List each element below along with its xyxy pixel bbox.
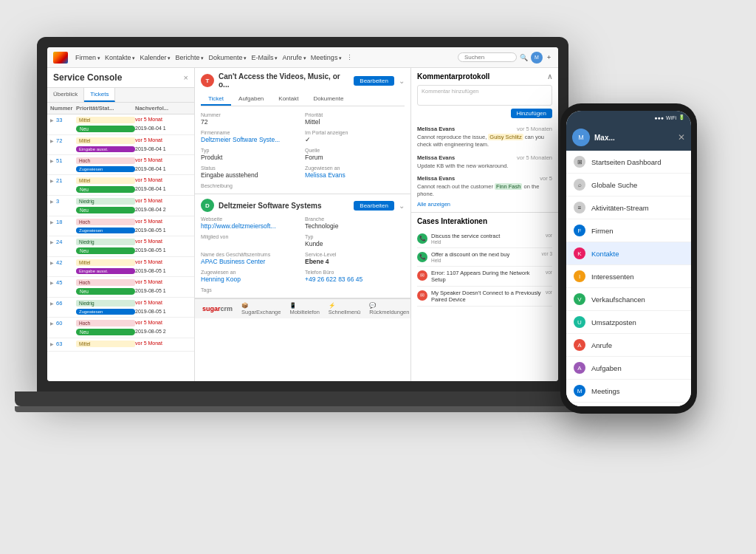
table-row[interactable]: ▶21 Mittel vor 5 Monat Neu 2019-08-04 1 — [47, 175, 194, 196]
table-row[interactable]: ▶18 Hoch vor 5 Monat Zugewiesen 2019-08-… — [47, 216, 194, 236]
case-item[interactable]: ✉ My Speaker Doesn't Connect to a Previo… — [417, 287, 552, 307]
tab-kontakt[interactable]: Kontakt — [271, 93, 306, 106]
alle-anzeigen-link[interactable]: Alle anzeigen — [417, 201, 552, 208]
tab-uberblick[interactable]: Überblick — [47, 88, 84, 102]
phone-menu-kontakte[interactable]: K Kontakte — [566, 242, 691, 265]
table-row[interactable]: ▶42 Mittel vor 5 Monat Eingabe ausst. 20… — [47, 257, 194, 277]
ticket-nav-tabs: Ticket Aufgaben Kontakt Dokumente — [201, 93, 405, 106]
phone-nav-close[interactable]: ✕ — [678, 132, 685, 143]
field-webseite-value[interactable]: http://www.deltzmeiersoft... — [201, 222, 300, 230]
field-zugewiesen-value[interactable]: Melissa Evans — [305, 171, 405, 179]
footer-mobiltelefon[interactable]: 📱 Mobiltelefon — [289, 302, 319, 315]
phone-menu-aktivitaten[interactable]: ≡ Aktivitäten-Stream — [566, 196, 691, 219]
add-button[interactable]: ＋ — [546, 52, 552, 62]
field-acct-zugewiesen-value[interactable]: Henning Koop — [201, 276, 300, 283]
case-item[interactable]: ✉ Error: 1107 Appears During the Network… — [417, 267, 552, 287]
field-firmenname-value[interactable]: Deltzmeier Software Syste... — [201, 136, 300, 143]
firmen-label: Firmen — [591, 227, 614, 235]
field-portal-value: ✓ — [305, 136, 405, 143]
add-comment-button[interactable]: Hinzufügen — [511, 109, 552, 118]
field-firmenname-label: Firmenname — [201, 130, 300, 135]
phone-menu-interessenten[interactable]: I Interessenten — [566, 265, 691, 288]
case-item[interactable]: 📞 Discuss the service contract Held vor — [417, 230, 552, 248]
phone-menu-list: ⊞ Startseiten Dashboard ⌕ Globale Suche … — [566, 151, 691, 406]
table-row[interactable]: ▶72 Mittel vor 5 Monat Eingabe ausst. 20… — [47, 135, 194, 155]
footer-schnellmenu[interactable]: ⚡ Schnellmenü — [329, 302, 360, 315]
case-item[interactable]: 📞 Offer a discount on the next buy Held … — [417, 248, 552, 267]
table-row[interactable]: ▶60 Hoch vor 5 Monat Neu 2019-08-05 2 — [47, 318, 194, 338]
field-acct-typ-label: Typ — [305, 234, 405, 239]
tab-tickets[interactable]: Tickets — [84, 88, 115, 102]
tab-dokumente[interactable]: Dokumente — [306, 93, 351, 106]
field-service-value: Ebene 4 — [305, 258, 405, 265]
phone-menu-firmen[interactable]: F Firmen — [566, 219, 691, 242]
nav-anrufe[interactable]: Anrufe — [282, 54, 306, 61]
phone-menu-anrufe[interactable]: A Anrufe — [566, 334, 691, 357]
scene: Firmen Kontakte Kalender Berichte Dokume… — [0, 0, 756, 554]
phone-menu-meetings[interactable]: M Meetings — [566, 380, 691, 403]
footer-ruckmeldungen[interactable]: 💬 Rückmeldungen — [369, 302, 409, 315]
phone-menu-mitarbeiter[interactable]: M Mitarbeiter — [566, 403, 691, 406]
priority-badge: Hoch — [76, 279, 135, 286]
console-close-button[interactable]: × — [184, 73, 188, 82]
phone-menu-verkaufschancen[interactable]: V Verkaufschancen — [566, 288, 691, 311]
tab-aufgaben[interactable]: Aufgaben — [231, 93, 271, 106]
table-row[interactable]: ▶66 Niedrig vor 5 Monat Zugewiesen 2019-… — [47, 298, 194, 318]
field-quelle: Quelle Forum — [305, 148, 405, 161]
phone-menu-startseiten[interactable]: ⊞ Startseiten Dashboard — [566, 151, 691, 174]
nav-kontakte[interactable]: Kontakte — [105, 54, 135, 61]
comment-entry: Melissa Evans vor 5 Cannot reach out the… — [417, 175, 552, 198]
phone-menu-globale-suche[interactable]: ⌕ Globale Suche — [566, 174, 691, 196]
interessenten-icon: I — [574, 270, 585, 282]
account-expand-icon[interactable]: ⌄ — [399, 202, 405, 210]
table-row[interactable]: ▶3 Niedrig vor 5 Monat Neu 2019-08-04 2 — [47, 196, 194, 216]
comment-collapse-icon[interactable]: ∧ — [547, 72, 552, 81]
field-name-gc: Name des Geschäftszentrums APAC Business… — [201, 252, 300, 265]
ticket-fields: Nummer 72 Priorität Mittel Firmenname De… — [201, 112, 405, 189]
field-portal: Im Portal anzeigen ✓ — [305, 130, 405, 143]
table-row[interactable]: ▶45 Hoch vor 5 Monat Neu 2019-08-05 1 — [47, 277, 194, 298]
table-row[interactable]: ▶24 Niedrig vor 5 Monat Neu 2019-08-05 1 — [47, 236, 194, 257]
footer-sugarexchange[interactable]: 📦 SugarExchange — [241, 302, 281, 315]
nav-meetings[interactable]: Meetings — [311, 54, 342, 61]
date-overdue: vor 5 Monat — [135, 341, 194, 346]
priority-badge: Niedrig — [76, 198, 135, 205]
nav-dokumente[interactable]: Dokumente — [208, 54, 247, 61]
field-branche: Branche Technologie — [305, 216, 405, 230]
aufgaben-label: Aufgaben — [591, 364, 622, 372]
field-status-value: Eingabe ausstehend — [201, 171, 300, 179]
ticket-title: Can't Access the Videos, Music, or o... — [219, 72, 349, 89]
ticket-expand-icon[interactable]: ⌄ — [399, 77, 405, 85]
phone-menu-umsatzposten[interactable]: U Umsatzposten — [566, 311, 691, 334]
aktivitaten-icon: ≡ — [574, 202, 585, 213]
case-time: vor 3 — [542, 251, 552, 256]
phone-menu-aufgaben[interactable]: A Aufgaben — [566, 357, 691, 380]
avatar[interactable]: M — [531, 52, 543, 64]
date: 2019-08-05 1 — [135, 288, 194, 293]
field-acct-typ-value: Kunde — [305, 240, 405, 247]
search-input[interactable] — [458, 52, 517, 62]
app-footer: sugarcrm 📦 SugarExchange 📱 Mobiltelefon … — [195, 298, 410, 318]
table-row[interactable]: ▶33 Mittel vor 5 Monat Neu 2019-08-04 1 — [47, 114, 194, 135]
priority-badge: Mittel — [76, 117, 135, 123]
comment-input[interactable]: Kommentar hinzufügen — [417, 85, 552, 106]
field-telefon-value[interactable]: +49 26 622 83 66 45 — [305, 276, 405, 283]
case-content: Offer a discount on the next buy Held — [431, 251, 509, 263]
nav-berichte[interactable]: Berichte — [175, 54, 204, 61]
status-badge: Zugewiesen — [76, 166, 135, 172]
status-badge: Neu — [76, 126, 135, 132]
account-bearbeiten-button[interactable]: Bearbeiten — [354, 201, 394, 211]
nav-more[interactable]: ⋮ — [346, 54, 353, 61]
nav-kalender[interactable]: Kalender — [140, 54, 171, 61]
nav-emails[interactable]: E-Mails — [251, 54, 278, 61]
field-quelle-label: Quelle — [305, 148, 405, 153]
table-row[interactable]: ▶51 Hoch vor 5 Monat Zugewiesen 2019-08-… — [47, 155, 194, 175]
field-zugewiesen-label: Zugewiesen an — [305, 165, 405, 171]
tab-ticket[interactable]: Ticket — [201, 93, 231, 106]
field-name-gc-value[interactable]: APAC Business Center — [201, 258, 300, 265]
nav-firmen[interactable]: Firmen — [75, 54, 100, 61]
console-tabs: Überblick Tickets — [47, 88, 194, 103]
row-num: ▶60 — [50, 320, 76, 326]
ticket-bearbeiten-button[interactable]: Bearbeiten — [354, 76, 394, 86]
table-row[interactable]: ▶63 Mittel vor 5 Monat — [47, 338, 194, 352]
